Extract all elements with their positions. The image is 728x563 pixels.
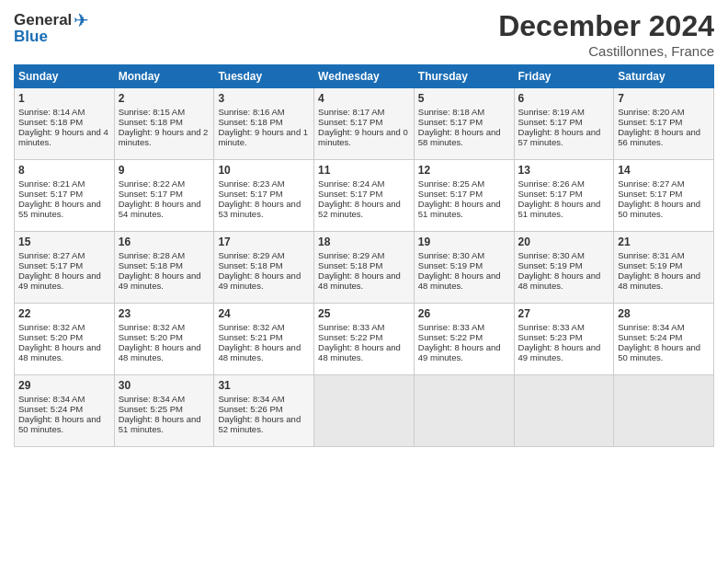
day-number: 10 <box>218 164 310 177</box>
col-header-saturday: Saturday <box>614 65 714 88</box>
sunrise-text: Sunrise: 8:32 AM <box>119 322 185 332</box>
calendar-cell: 31Sunrise: 8:34 AMSunset: 5:26 PMDayligh… <box>214 375 314 447</box>
daylight-text: Daylight: 9 hours and 1 minute. <box>218 127 308 147</box>
daylight-text: Daylight: 8 hours and 55 minutes. <box>18 199 101 219</box>
calendar-header-row: SundayMondayTuesdayWednesdayThursdayFrid… <box>15 65 714 88</box>
sunrise-text: Sunrise: 8:22 AM <box>119 178 185 189</box>
calendar-week-row: 8Sunrise: 8:21 AMSunset: 5:17 PMDaylight… <box>15 160 714 232</box>
sunset-text: Sunset: 5:17 PM <box>119 189 183 199</box>
sunset-text: Sunset: 5:18 PM <box>218 260 282 270</box>
logo-general: General <box>14 11 72 29</box>
sunrise-text: Sunrise: 8:19 AM <box>518 107 585 117</box>
logo-blue: Blue <box>14 28 48 46</box>
daylight-text: Daylight: 8 hours and 58 minutes. <box>418 127 501 147</box>
calendar-cell <box>614 375 714 447</box>
daylight-text: Daylight: 8 hours and 50 minutes. <box>618 199 700 219</box>
col-header-friday: Friday <box>514 65 614 88</box>
sunset-text: Sunset: 5:18 PM <box>18 117 83 127</box>
sunset-text: Sunset: 5:24 PM <box>618 332 682 342</box>
calendar-cell: 11Sunrise: 8:24 AMSunset: 5:17 PMDayligh… <box>314 160 415 232</box>
page-title: December 2024 <box>498 9 714 43</box>
day-number: 8 <box>18 164 110 177</box>
daylight-text: Daylight: 8 hours and 48 minutes. <box>218 342 301 362</box>
sunset-text: Sunset: 5:17 PM <box>318 189 382 199</box>
sunrise-text: Sunrise: 8:29 AM <box>318 250 384 260</box>
daylight-text: Daylight: 8 hours and 56 minutes. <box>618 127 700 147</box>
calendar-cell: 12Sunrise: 8:25 AMSunset: 5:17 PMDayligh… <box>414 160 514 232</box>
sunrise-text: Sunrise: 8:16 AM <box>218 107 284 117</box>
col-header-tuesday: Tuesday <box>214 65 314 88</box>
calendar-cell: 30Sunrise: 8:34 AMSunset: 5:25 PMDayligh… <box>114 375 214 447</box>
sunrise-text: Sunrise: 8:21 AM <box>18 178 85 189</box>
calendar-week-row: 15Sunrise: 8:27 AMSunset: 5:17 PMDayligh… <box>15 232 714 304</box>
sunset-text: Sunset: 5:18 PM <box>318 260 382 270</box>
sunset-text: Sunset: 5:17 PM <box>18 260 83 270</box>
sunrise-text: Sunrise: 8:25 AM <box>418 178 484 189</box>
calendar-cell: 26Sunrise: 8:33 AMSunset: 5:22 PMDayligh… <box>414 304 514 375</box>
day-number: 2 <box>119 92 210 105</box>
col-header-wednesday: Wednesday <box>314 65 415 88</box>
sunset-text: Sunset: 5:17 PM <box>518 117 583 127</box>
sunset-text: Sunset: 5:19 PM <box>418 260 483 270</box>
calendar-cell: 29Sunrise: 8:34 AMSunset: 5:24 PMDayligh… <box>15 375 115 447</box>
sunset-text: Sunset: 5:20 PM <box>119 332 183 342</box>
sunrise-text: Sunrise: 8:23 AM <box>218 178 284 189</box>
daylight-text: Daylight: 8 hours and 48 minutes. <box>119 342 201 362</box>
sunset-text: Sunset: 5:25 PM <box>119 404 183 414</box>
daylight-text: Daylight: 8 hours and 48 minutes. <box>618 270 700 291</box>
calendar-cell: 17Sunrise: 8:29 AMSunset: 5:18 PMDayligh… <box>214 232 314 304</box>
day-number: 24 <box>218 307 310 320</box>
day-number: 14 <box>618 164 710 177</box>
day-number: 7 <box>618 92 710 105</box>
sunset-text: Sunset: 5:17 PM <box>418 189 483 199</box>
sunrise-text: Sunrise: 8:18 AM <box>418 107 484 117</box>
day-number: 16 <box>119 236 210 248</box>
calendar-cell: 14Sunrise: 8:27 AMSunset: 5:17 PMDayligh… <box>614 160 714 232</box>
daylight-text: Daylight: 8 hours and 48 minutes. <box>418 270 501 291</box>
daylight-text: Daylight: 8 hours and 49 minutes. <box>518 342 601 362</box>
daylight-text: Daylight: 8 hours and 49 minutes. <box>218 270 301 291</box>
day-number: 3 <box>218 92 310 105</box>
daylight-text: Daylight: 8 hours and 48 minutes. <box>518 270 601 291</box>
daylight-text: Daylight: 8 hours and 48 minutes. <box>318 270 401 291</box>
sunset-text: Sunset: 5:21 PM <box>218 332 282 342</box>
calendar-cell: 1Sunrise: 8:14 AMSunset: 5:18 PMDaylight… <box>15 88 115 160</box>
sunset-text: Sunset: 5:17 PM <box>18 189 83 199</box>
sunset-text: Sunset: 5:18 PM <box>218 117 282 127</box>
calendar-cell <box>314 375 415 447</box>
daylight-text: Daylight: 8 hours and 48 minutes. <box>18 342 101 362</box>
sunrise-text: Sunrise: 8:15 AM <box>119 107 185 117</box>
col-header-sunday: Sunday <box>15 65 115 88</box>
sunrise-text: Sunrise: 8:32 AM <box>218 322 284 332</box>
day-number: 27 <box>518 307 610 320</box>
sunset-text: Sunset: 5:18 PM <box>119 117 183 127</box>
day-number: 18 <box>318 236 410 248</box>
sunrise-text: Sunrise: 8:34 AM <box>119 394 185 404</box>
daylight-text: Daylight: 8 hours and 51 minutes. <box>418 199 501 219</box>
day-number: 19 <box>418 236 510 248</box>
calendar-cell: 8Sunrise: 8:21 AMSunset: 5:17 PMDaylight… <box>15 160 115 232</box>
sunset-text: Sunset: 5:17 PM <box>318 117 382 127</box>
sunset-text: Sunset: 5:17 PM <box>418 117 483 127</box>
sunrise-text: Sunrise: 8:27 AM <box>618 178 684 189</box>
daylight-text: Daylight: 8 hours and 48 minutes. <box>318 342 401 362</box>
day-number: 31 <box>218 379 310 392</box>
calendar-cell: 21Sunrise: 8:31 AMSunset: 5:19 PMDayligh… <box>614 232 714 304</box>
calendar-cell: 16Sunrise: 8:28 AMSunset: 5:18 PMDayligh… <box>114 232 214 304</box>
calendar-cell <box>514 375 614 447</box>
day-number: 5 <box>418 92 510 105</box>
col-header-monday: Monday <box>114 65 214 88</box>
sunset-text: Sunset: 5:17 PM <box>518 189 583 199</box>
calendar-cell: 13Sunrise: 8:26 AMSunset: 5:17 PMDayligh… <box>514 160 614 232</box>
daylight-text: Daylight: 8 hours and 49 minutes. <box>119 270 201 291</box>
daylight-text: Daylight: 8 hours and 50 minutes. <box>18 414 101 434</box>
calendar-cell: 19Sunrise: 8:30 AMSunset: 5:19 PMDayligh… <box>414 232 514 304</box>
page-subtitle: Castillonnes, France <box>498 43 714 59</box>
calendar-cell: 22Sunrise: 8:32 AMSunset: 5:20 PMDayligh… <box>15 304 115 375</box>
daylight-text: Daylight: 8 hours and 49 minutes. <box>18 270 101 291</box>
daylight-text: Daylight: 8 hours and 51 minutes. <box>119 414 201 434</box>
daylight-text: Daylight: 8 hours and 53 minutes. <box>218 199 301 219</box>
calendar-week-row: 22Sunrise: 8:32 AMSunset: 5:20 PMDayligh… <box>15 304 714 375</box>
day-number: 11 <box>318 164 410 177</box>
calendar-cell: 25Sunrise: 8:33 AMSunset: 5:22 PMDayligh… <box>314 304 415 375</box>
